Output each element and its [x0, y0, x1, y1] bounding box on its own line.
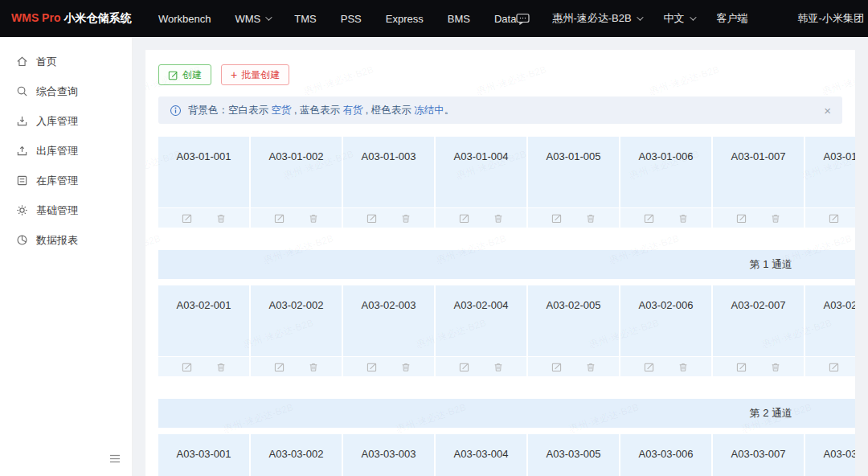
- nav-label: Express: [386, 13, 424, 25]
- edit-icon[interactable]: [274, 213, 285, 224]
- edit-icon[interactable]: [366, 362, 377, 372]
- edit-icon[interactable]: [644, 362, 654, 372]
- cell-actions: [528, 207, 619, 228]
- location-cell[interactable]: A03-03-003: [343, 434, 436, 476]
- edit-icon[interactable]: [829, 362, 839, 372]
- nav-label: WMS: [235, 13, 261, 25]
- delete-icon[interactable]: [771, 213, 780, 224]
- sidebar-item-label: 出库管理: [36, 144, 78, 158]
- cell-actions: [620, 356, 711, 376]
- sidebar-item-label: 综合查询: [36, 84, 78, 99]
- delete-icon[interactable]: [309, 213, 318, 224]
- location-cell[interactable]: A03-02-008: [805, 285, 855, 376]
- location-cell[interactable]: A03-02-007: [713, 285, 805, 376]
- location-board-card: 创建 + 批量创建 背景色：空白表示 空货 , 蓝色表示 有货 , 橙色表示 冻…: [145, 50, 855, 476]
- settings-icon: [16, 204, 28, 216]
- language-selector[interactable]: 中文: [664, 11, 694, 26]
- cell-actions: [436, 207, 526, 228]
- location-cell[interactable]: A03-01-002: [251, 137, 343, 228]
- edit-icon: [168, 70, 178, 80]
- legend-segment: 有货: [342, 105, 362, 116]
- location-cell[interactable]: A03-03-001: [158, 434, 251, 476]
- edit-icon[interactable]: [366, 213, 377, 224]
- batch-create-button[interactable]: + 批量创建: [221, 64, 289, 85]
- edit-icon[interactable]: [736, 362, 747, 372]
- sidebar-item-在库管理[interactable]: 在库管理: [0, 166, 132, 195]
- sidebar-item-数据报表[interactable]: 数据报表: [0, 225, 132, 255]
- sidebar-item-基础管理[interactable]: 基础管理: [0, 195, 132, 225]
- delete-icon[interactable]: [678, 213, 688, 224]
- location-cell[interactable]: A03-02-003: [343, 285, 436, 376]
- close-icon[interactable]: ×: [824, 105, 831, 117]
- edit-icon[interactable]: [459, 213, 469, 224]
- chevron-down-icon: [637, 14, 643, 20]
- delete-icon[interactable]: [678, 362, 688, 372]
- delete-icon[interactable]: [586, 362, 596, 372]
- tenant-selector[interactable]: 韩亚-小米集团: [798, 11, 868, 26]
- edit-icon[interactable]: [182, 213, 192, 224]
- sidebar-item-出库管理[interactable]: 出库管理: [0, 136, 132, 166]
- delete-icon[interactable]: [216, 362, 226, 372]
- warehouse-selector[interactable]: 惠州-速必达-B2B: [552, 11, 641, 26]
- delete-icon[interactable]: [771, 362, 780, 372]
- location-code: A03-03-004: [454, 448, 509, 460]
- cell-actions: [158, 356, 249, 376]
- nav-item-bms[interactable]: BMS: [448, 13, 470, 25]
- location-cell[interactable]: A03-02-004: [436, 285, 528, 376]
- location-cell[interactable]: A03-03-005: [528, 434, 620, 476]
- location-cell[interactable]: A03-03-008: [805, 434, 855, 476]
- location-cell[interactable]: A03-02-001: [158, 285, 251, 376]
- location-cell[interactable]: A03-01-004: [436, 137, 528, 228]
- edit-icon[interactable]: [274, 362, 285, 372]
- message-icon[interactable]: [516, 13, 530, 25]
- location-code: A03-03-006: [639, 448, 694, 460]
- location-cell[interactable]: A03-01-006: [620, 137, 713, 228]
- sidebar-item-综合查询[interactable]: 综合查询: [0, 76, 132, 106]
- edit-icon[interactable]: [551, 362, 562, 372]
- nav-item-wms[interactable]: WMS: [235, 13, 271, 25]
- delete-icon[interactable]: [216, 213, 226, 224]
- delete-icon[interactable]: [401, 213, 411, 224]
- location-cell[interactable]: A03-01-008: [805, 137, 855, 228]
- delete-icon[interactable]: [493, 213, 503, 224]
- location-cell[interactable]: A03-02-006: [620, 285, 713, 376]
- location-cell[interactable]: A03-03-002: [251, 434, 343, 476]
- location-cell[interactable]: A03-01-005: [528, 137, 620, 228]
- client-link[interactable]: 客户端: [717, 11, 748, 26]
- edit-icon[interactable]: [829, 213, 839, 224]
- edit-icon[interactable]: [459, 362, 469, 372]
- delete-icon[interactable]: [309, 362, 318, 372]
- location-row: A03-02-001A03-02-002A03-02-003A03-02-004…: [158, 285, 855, 376]
- nav-item-pss[interactable]: PSS: [341, 13, 362, 25]
- location-cell[interactable]: A03-01-003: [343, 137, 436, 228]
- channel-banner: 第 2 通道: [158, 399, 855, 428]
- create-button[interactable]: 创建: [158, 64, 211, 85]
- sidebar-collapse-icon[interactable]: [109, 452, 121, 466]
- nav-item-tms[interactable]: TMS: [294, 13, 316, 25]
- sidebar-item-入库管理[interactable]: 入库管理: [0, 106, 132, 136]
- plus-icon: +: [231, 69, 237, 80]
- delete-icon[interactable]: [586, 213, 596, 224]
- location-cell[interactable]: A03-03-004: [436, 434, 528, 476]
- edit-icon[interactable]: [182, 362, 192, 372]
- location-cell[interactable]: A03-02-005: [528, 285, 620, 376]
- location-cell[interactable]: A03-02-002: [251, 285, 343, 376]
- delete-icon[interactable]: [401, 362, 411, 372]
- cell-actions: [713, 356, 804, 376]
- sidebar-item-首页[interactable]: 首页: [0, 47, 132, 76]
- edit-icon[interactable]: [551, 213, 562, 224]
- location-cell[interactable]: A03-01-001: [158, 137, 251, 228]
- location-cell[interactable]: A03-03-006: [620, 434, 713, 476]
- location-cell[interactable]: A03-01-007: [713, 137, 805, 228]
- nav-item-data[interactable]: Data: [494, 13, 516, 25]
- nav-item-workbench[interactable]: Workbench: [158, 13, 211, 25]
- location-cell[interactable]: A03-03-007: [713, 434, 805, 476]
- nav-item-express[interactable]: Express: [386, 13, 424, 25]
- delete-icon[interactable]: [493, 362, 503, 372]
- edit-icon[interactable]: [644, 213, 654, 224]
- tenant-label: 韩亚-小米集团: [798, 11, 864, 26]
- location-code: A03-01-001: [177, 150, 231, 162]
- inbound-icon: [16, 115, 28, 127]
- edit-icon[interactable]: [736, 213, 747, 224]
- location-code: A03-01-004: [454, 150, 509, 162]
